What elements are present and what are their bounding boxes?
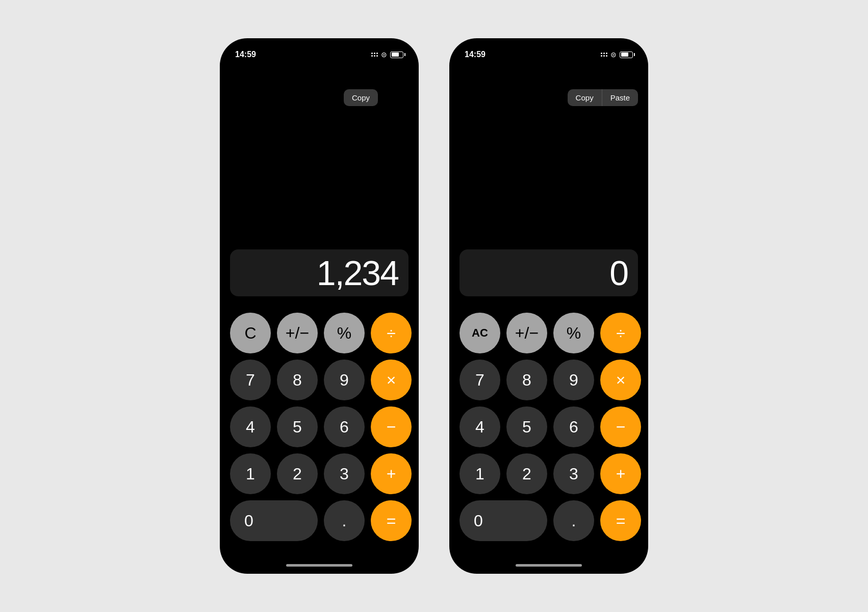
home-indicator-right xyxy=(449,556,648,574)
nine-button-right[interactable]: 9 xyxy=(553,360,594,400)
clear-button-left[interactable]: C xyxy=(230,313,271,353)
status-bar-left: 14:59 ⊜ xyxy=(220,38,419,64)
equals-button-left[interactable]: = xyxy=(371,500,412,541)
display-area-right: Copy Paste 0 xyxy=(449,64,648,307)
decimal-button-right[interactable]: . xyxy=(553,500,594,541)
battery-icon-left xyxy=(390,52,403,58)
keypad-row-4-left: 1 2 3 + xyxy=(230,453,409,494)
keypad-row-5-left: 0 . = xyxy=(230,500,409,541)
percent-button-right[interactable]: % xyxy=(553,313,594,353)
result-number-left: 1,234 xyxy=(317,256,398,290)
context-menu-arrow-right xyxy=(616,106,624,106)
decimal-button-left[interactable]: . xyxy=(324,500,365,541)
wifi-icon-right: ⊜ xyxy=(610,50,617,59)
keypad-left: C +/− % ÷ 7 8 9 × 4 5 6 − 1 2 xyxy=(220,307,419,556)
subtract-button-right[interactable]: − xyxy=(600,406,641,447)
one-button-left[interactable]: 1 xyxy=(230,453,271,494)
result-number-right: 0 xyxy=(609,256,628,290)
context-menu-left[interactable]: Copy xyxy=(344,89,378,106)
equals-button-right[interactable]: = xyxy=(600,500,641,541)
keypad-row-4-right: 1 2 3 + xyxy=(459,453,638,494)
eight-button-left[interactable]: 8 xyxy=(277,360,318,400)
zero-button-left[interactable]: 0 xyxy=(230,500,318,541)
result-display-left[interactable]: 1,234 xyxy=(230,249,409,296)
home-bar-right xyxy=(516,564,582,567)
keypad-row-2-right: 7 8 9 × xyxy=(459,360,638,400)
phones-container: 14:59 ⊜ Copy 1,234 xyxy=(220,38,648,574)
six-button-left[interactable]: 6 xyxy=(324,406,365,447)
four-button-right[interactable]: 4 xyxy=(459,406,500,447)
right-phone: 14:59 ⊜ Copy Paste 0 xyxy=(449,38,648,574)
divide-button-left[interactable]: ÷ xyxy=(371,313,412,353)
add-button-right[interactable]: + xyxy=(600,453,641,494)
copy-button-right[interactable]: Copy xyxy=(568,89,602,106)
divide-button-right[interactable]: ÷ xyxy=(600,313,641,353)
three-button-right[interactable]: 3 xyxy=(553,453,594,494)
four-button-left[interactable]: 4 xyxy=(230,406,271,447)
result-display-right[interactable]: 0 xyxy=(459,249,638,296)
signal-icon-left xyxy=(371,53,378,57)
status-bar-right: 14:59 ⊜ xyxy=(449,38,648,64)
multiply-button-right[interactable]: × xyxy=(600,360,641,400)
display-area-left: Copy 1,234 xyxy=(220,64,419,307)
left-phone: 14:59 ⊜ Copy 1,234 xyxy=(220,38,419,574)
keypad-row-3-left: 4 5 6 − xyxy=(230,406,409,447)
two-button-right[interactable]: 2 xyxy=(506,453,547,494)
context-menu-arrow-left xyxy=(361,106,369,106)
copy-button-left[interactable]: Copy xyxy=(344,89,378,106)
one-button-right[interactable]: 1 xyxy=(459,453,500,494)
keypad-row-1-right: AC +/− % ÷ xyxy=(459,313,638,353)
status-time-left: 14:59 xyxy=(235,50,256,59)
plus-minus-button-right[interactable]: +/− xyxy=(506,313,547,353)
keypad-right: AC +/− % ÷ 7 8 9 × 4 5 6 − 1 2 xyxy=(449,307,648,556)
keypad-row-3-right: 4 5 6 − xyxy=(459,406,638,447)
percent-button-left[interactable]: % xyxy=(324,313,365,353)
three-button-left[interactable]: 3 xyxy=(324,453,365,494)
status-icons-right: ⊜ xyxy=(601,50,633,59)
seven-button-right[interactable]: 7 xyxy=(459,360,500,400)
keypad-row-2-left: 7 8 9 × xyxy=(230,360,409,400)
context-menu-right[interactable]: Copy Paste xyxy=(568,89,638,106)
add-button-left[interactable]: + xyxy=(371,453,412,494)
seven-button-left[interactable]: 7 xyxy=(230,360,271,400)
plus-minus-button-left[interactable]: +/− xyxy=(277,313,318,353)
status-time-right: 14:59 xyxy=(465,50,486,59)
status-icons-left: ⊜ xyxy=(371,50,403,59)
battery-icon-right xyxy=(620,52,633,58)
subtract-button-left[interactable]: − xyxy=(371,406,412,447)
home-bar-left xyxy=(286,564,352,567)
eight-button-right[interactable]: 8 xyxy=(506,360,547,400)
nine-button-left[interactable]: 9 xyxy=(324,360,365,400)
all-clear-button-right[interactable]: AC xyxy=(459,313,500,353)
six-button-right[interactable]: 6 xyxy=(553,406,594,447)
multiply-button-left[interactable]: × xyxy=(371,360,412,400)
home-indicator-left xyxy=(220,556,419,574)
two-button-left[interactable]: 2 xyxy=(277,453,318,494)
zero-button-right[interactable]: 0 xyxy=(459,500,547,541)
keypad-row-1-left: C +/− % ÷ xyxy=(230,313,409,353)
paste-button-right[interactable]: Paste xyxy=(602,89,638,106)
wifi-icon-left: ⊜ xyxy=(381,50,387,59)
five-button-right[interactable]: 5 xyxy=(506,406,547,447)
five-button-left[interactable]: 5 xyxy=(277,406,318,447)
keypad-row-5-right: 0 . = xyxy=(459,500,638,541)
signal-icon-right xyxy=(601,53,607,57)
